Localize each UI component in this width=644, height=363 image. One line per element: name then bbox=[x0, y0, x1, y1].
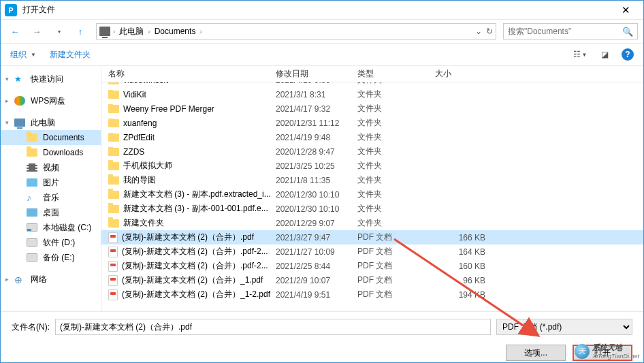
watermark-text2: XiTongTianDi.net bbox=[592, 353, 639, 360]
back-button[interactable]: ← bbox=[6, 22, 24, 40]
view-mode-button[interactable]: ☷▼ bbox=[573, 48, 587, 61]
sidebar-item[interactable]: ▸WPS网盘 bbox=[1, 93, 101, 108]
options-button[interactable]: 选项... bbox=[506, 345, 566, 361]
file-row[interactable]: (复制)-新建文本文档 (2)（合并）_1-2.pdf2021/4/19 9:5… bbox=[101, 287, 643, 302]
col-size-header[interactable]: 大小 bbox=[435, 68, 496, 80]
col-type-header[interactable]: 类型 bbox=[357, 68, 435, 80]
toolbar: 组织▼ 新建文件夹 ☷▼ ◪ ? bbox=[1, 43, 643, 66]
help-icon[interactable]: ? bbox=[622, 48, 634, 61]
watermark: 天 系统天地 XiTongTianDi.net bbox=[575, 343, 639, 360]
file-type: PDF 文档 bbox=[357, 232, 435, 243]
file-type: 文件夹 bbox=[357, 217, 435, 229]
chevron-icon[interactable]: ▸ bbox=[3, 97, 10, 104]
file-row[interactable]: 手机模拟大师2021/3/25 10:25文件夹 bbox=[101, 159, 643, 173]
sidebar-item[interactable]: Downloads bbox=[1, 145, 101, 160]
file-name: (复制)-新建文本文档 (2)（合并）.pdf-2... bbox=[122, 246, 268, 257]
file-row[interactable]: 新建文件夹2020/12/29 9:07文件夹 bbox=[101, 216, 643, 230]
file-size: 194 KB bbox=[435, 290, 496, 300]
sidebar-item[interactable]: 图片 bbox=[1, 175, 101, 190]
file-type: PDF 文档 bbox=[357, 246, 435, 257]
file-row[interactable]: (复制)-新建文本文档 (2)（合并）.pdf-2...2021/1/27 10… bbox=[101, 244, 643, 259]
file-name: (复制)-新建文本文档 (2)（合并）.pdf-2... bbox=[122, 260, 268, 272]
sidebar-item[interactable]: 备份 (E:) bbox=[1, 250, 101, 265]
file-row[interactable]: (复制)-新建文本文档 (2)（合并）.pdf2021/3/27 9:47PDF… bbox=[101, 230, 643, 244]
filename-input[interactable] bbox=[55, 319, 491, 335]
file-row[interactable]: videowinsoft2021/4/19 9:30文件夹 bbox=[101, 82, 643, 87]
file-name: (复制)-新建文本文档 (2)（合并）.pdf bbox=[122, 232, 254, 243]
breadcrumb-pc[interactable]: 此电脑 bbox=[118, 26, 145, 37]
sidebar-item[interactable]: ♪音乐 bbox=[1, 190, 101, 205]
file-date: 2020/12/29 9:07 bbox=[276, 219, 357, 228]
file-type: 文件夹 bbox=[357, 160, 435, 172]
organize-button[interactable]: 组织▼ bbox=[10, 49, 36, 61]
sidebar-item-label: 备份 (E:) bbox=[43, 252, 75, 264]
file-type-filter[interactable]: PDF 文档 (*.pdf) bbox=[496, 319, 632, 335]
file-row[interactable]: VidiKit2021/3/1 8:31文件夹 bbox=[101, 87, 643, 101]
file-type: 文件夹 bbox=[357, 146, 435, 157]
chevron-right-icon: › bbox=[199, 28, 202, 35]
sidebar: ▾★快速访问▸WPS网盘▾此电脑DocumentsDownloads视频图片♪音… bbox=[1, 66, 101, 311]
file-row[interactable]: Weeny Free PDF Merger2021/4/17 9:32文件夹 bbox=[101, 101, 643, 116]
file-list[interactable]: videowinsoft2021/4/19 9:30文件夹VidiKit2021… bbox=[101, 82, 643, 302]
file-date: 2021/2/25 8:44 bbox=[276, 262, 357, 271]
chevron-icon[interactable]: ▸ bbox=[3, 276, 10, 283]
sidebar-item[interactable]: ▸⊕网络 bbox=[1, 272, 101, 287]
sidebar-item-label: WPS网盘 bbox=[31, 95, 65, 107]
folder-icon bbox=[108, 205, 119, 213]
file-type: 文件夹 bbox=[357, 89, 435, 100]
search-input[interactable] bbox=[508, 27, 622, 36]
file-row[interactable]: ZPdfEdit2021/4/19 9:48文件夹 bbox=[101, 130, 643, 144]
file-type: 文件夹 bbox=[357, 131, 435, 143]
file-row[interactable]: ZZDS2020/12/28 9:47文件夹 bbox=[101, 144, 643, 159]
file-name: Weeny Free PDF Merger bbox=[123, 104, 214, 114]
sidebar-item[interactable]: 本地磁盘 (C:) bbox=[1, 220, 101, 235]
file-date: 2021/4/19 9:51 bbox=[276, 290, 357, 300]
window-title: 打开文件 bbox=[22, 4, 612, 16]
file-name: ZPdfEdit bbox=[123, 133, 155, 142]
refresh-icon[interactable]: ↻ bbox=[486, 27, 493, 36]
sidebar-item[interactable]: 软件 (D:) bbox=[1, 235, 101, 250]
file-size: 164 KB bbox=[435, 247, 496, 257]
file-row[interactable]: (复制)-新建文本文档 (2)（合并）.pdf-2...2021/2/25 8:… bbox=[101, 259, 643, 273]
file-row[interactable]: 我的导图2021/1/8 11:35文件夹 bbox=[101, 173, 643, 187]
sidebar-item[interactable]: 视频 bbox=[1, 160, 101, 175]
chevron-icon[interactable]: ▾ bbox=[3, 119, 10, 126]
breadcrumb-documents[interactable]: Documents bbox=[153, 27, 197, 36]
up-button[interactable]: ↑ bbox=[71, 22, 89, 40]
recent-locations-button[interactable]: ▾ bbox=[50, 22, 67, 40]
sidebar-item[interactable]: ▾★快速访问 bbox=[1, 72, 101, 86]
file-name: 手机模拟大师 bbox=[123, 160, 172, 172]
forward-button[interactable]: → bbox=[28, 22, 46, 40]
file-name: videowinsoft bbox=[123, 82, 168, 85]
file-type: 文件夹 bbox=[357, 82, 435, 86]
file-row[interactable]: 新建文本文档 (3) - 副本-001-001.pdf.e...2020/12/… bbox=[101, 202, 643, 216]
file-row[interactable]: 新建文本文档 (3) - 副本.pdf.extracted_i...2020/1… bbox=[101, 187, 643, 202]
col-date-header[interactable]: 修改日期 bbox=[276, 68, 357, 80]
file-row[interactable]: xuanfeng2020/12/31 11:12文件夹 bbox=[101, 116, 643, 130]
history-dropdown-icon[interactable]: ⌄ bbox=[475, 27, 482, 36]
col-name-header[interactable]: 名称 bbox=[101, 68, 276, 80]
file-row[interactable]: (复制)-新建文本文档 (2)（合并）_1.pdf2021/2/9 10:07P… bbox=[101, 273, 643, 287]
file-name: (复制)-新建文本文档 (2)（合并）_1-2.pdf bbox=[122, 289, 270, 300]
preview-pane-button[interactable]: ◪ bbox=[597, 48, 612, 61]
sidebar-item[interactable]: Documents bbox=[1, 130, 101, 145]
file-size: 166 KB bbox=[435, 233, 496, 242]
chevron-icon[interactable]: ▾ bbox=[3, 76, 10, 82]
sidebar-item[interactable]: 桌面 bbox=[1, 205, 101, 220]
file-type: 文件夹 bbox=[357, 189, 435, 200]
column-headers: 名称 修改日期 类型 大小 bbox=[101, 66, 643, 82]
sidebar-item[interactable]: ▾此电脑 bbox=[1, 115, 101, 130]
file-name: xuanfeng bbox=[123, 119, 157, 128]
close-button[interactable]: ✕ bbox=[612, 4, 639, 16]
folder-icon bbox=[108, 148, 119, 156]
address-bar[interactable]: › 此电脑 › Documents › ⌄ ↻ bbox=[96, 23, 496, 40]
file-type: 文件夹 bbox=[357, 174, 435, 186]
search-box[interactable]: 🔍 bbox=[503, 23, 638, 40]
sidebar-item-label: 音乐 bbox=[43, 192, 59, 204]
pdf-icon bbox=[108, 289, 118, 300]
file-date: 2020/12/31 11:12 bbox=[276, 119, 357, 128]
chevron-right-icon: › bbox=[148, 28, 150, 35]
search-icon[interactable]: 🔍 bbox=[622, 27, 633, 37]
file-date: 2021/4/19 9:30 bbox=[276, 82, 357, 85]
new-folder-button[interactable]: 新建文件夹 bbox=[50, 49, 91, 61]
